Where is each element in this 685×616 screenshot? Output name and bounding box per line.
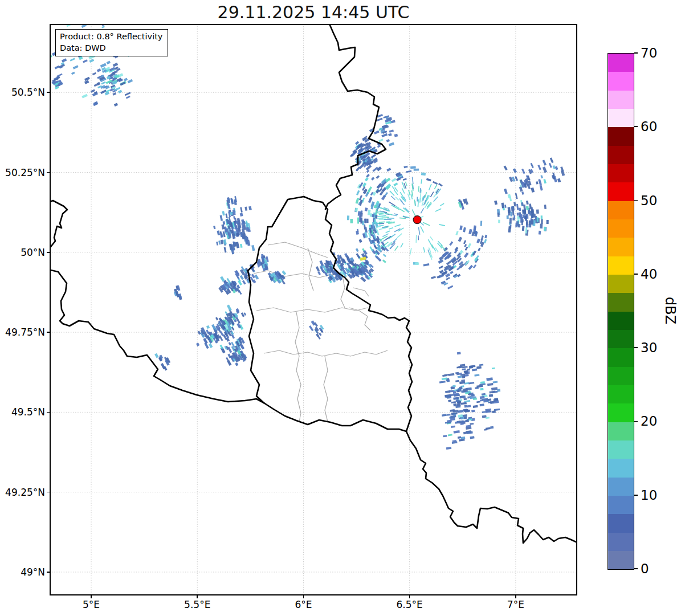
colorbar-band <box>608 330 634 348</box>
colorbar-band <box>608 478 634 496</box>
x-tick-label: 5.5°E <box>184 599 210 610</box>
colorbar-band <box>608 127 634 145</box>
colorbar-band <box>608 367 634 385</box>
colorbar-tick-label: 40 <box>641 267 657 282</box>
colorbar-tick-mark <box>634 347 638 348</box>
colorbar-band <box>608 348 634 366</box>
colorbar-tick-mark <box>634 495 638 496</box>
map-plot-area <box>50 24 577 595</box>
colorbar-tick-label: 30 <box>641 340 657 355</box>
colorbar-tick-label: 20 <box>641 414 657 429</box>
x-tick-label: 6.5°E <box>397 599 423 610</box>
colorbar-tick-label: 10 <box>641 488 657 503</box>
colorbar-tick-mark <box>634 568 638 569</box>
colorbar-band <box>608 238 634 256</box>
x-tick-mark <box>197 595 198 598</box>
colorbar-band <box>608 72 634 90</box>
colorbar-band <box>608 551 634 569</box>
colorbar-band <box>608 422 634 440</box>
y-tick-label: 50.5°N <box>0 87 45 98</box>
colorbar-tick-mark <box>634 200 638 201</box>
colorbar-band <box>608 91 634 109</box>
x-tick-label: 6°E <box>295 599 312 610</box>
y-tick-mark <box>47 492 50 493</box>
colorbar-band <box>608 440 634 459</box>
colorbar-band <box>608 164 634 182</box>
colorbar-tick-label: 50 <box>641 193 657 208</box>
y-tick-label: 50.25°N <box>0 167 45 178</box>
colorbar-band <box>608 496 634 514</box>
x-tick-mark <box>91 595 92 598</box>
colorbar-band <box>608 275 634 293</box>
colorbar-band <box>608 459 634 477</box>
radar-site-marker <box>413 216 421 224</box>
data-source-label: Data: DWD <box>60 43 162 54</box>
radar-map-app: 29.11.2025 14:45 UTC Product: 0.8° Refle… <box>0 0 685 616</box>
colorbar-tick-label: 0 <box>641 561 649 576</box>
colorbar <box>607 53 634 570</box>
x-tick-label: 5°E <box>83 599 100 610</box>
colorbar-tick-label: 60 <box>641 119 657 134</box>
colorbar-band <box>608 312 634 330</box>
page-title: 29.11.2025 14:45 UTC <box>50 2 577 22</box>
y-tick-mark <box>47 92 50 93</box>
colorbar-band <box>608 533 634 551</box>
country-borders <box>50 24 577 543</box>
colorbar-band <box>608 256 634 275</box>
x-tick-mark <box>515 595 516 598</box>
y-tick-mark <box>47 412 50 413</box>
x-tick-mark <box>409 595 410 598</box>
y-tick-mark <box>47 572 50 573</box>
colorbar-band <box>608 293 634 311</box>
colorbar-band <box>608 182 634 201</box>
colorbar-band <box>608 146 634 164</box>
y-tick-label: 49.5°N <box>0 406 45 418</box>
radar-echo-cells <box>50 24 565 450</box>
colorbar-band <box>608 403 634 422</box>
colorbar-axis-label: dBZ <box>662 297 678 324</box>
map-canvas <box>50 24 577 595</box>
y-tick-label: 49°N <box>0 566 45 578</box>
colorbar-band <box>608 514 634 532</box>
plot-spine <box>50 25 577 595</box>
y-tick-mark <box>47 252 50 253</box>
colorbar-tick-mark <box>634 52 638 54</box>
colorbar-tick-label: 70 <box>641 46 657 60</box>
y-tick-mark <box>47 332 50 333</box>
y-tick-mark <box>47 172 50 173</box>
colorbar-band <box>608 219 634 238</box>
colorbar-tick-mark <box>634 274 638 275</box>
colorbar-band <box>608 109 634 127</box>
y-tick-label: 50°N <box>0 247 45 258</box>
x-tick-mark <box>303 595 304 598</box>
colorbar-band <box>608 201 634 219</box>
district-borders <box>254 242 388 422</box>
graticule-gridlines <box>50 24 577 595</box>
colorbar-band <box>608 385 634 403</box>
colorbar-band <box>608 54 634 72</box>
x-tick-label: 7°E <box>507 599 524 610</box>
colorbar-tick-mark <box>634 421 638 422</box>
y-tick-label: 49.25°N <box>0 487 45 498</box>
product-info-box: Product: 0.8° Reflectivity Data: DWD <box>55 29 168 56</box>
y-tick-label: 49.75°N <box>0 327 45 338</box>
product-label: Product: 0.8° Reflectivity <box>60 31 162 43</box>
colorbar-tick-mark <box>634 126 638 127</box>
